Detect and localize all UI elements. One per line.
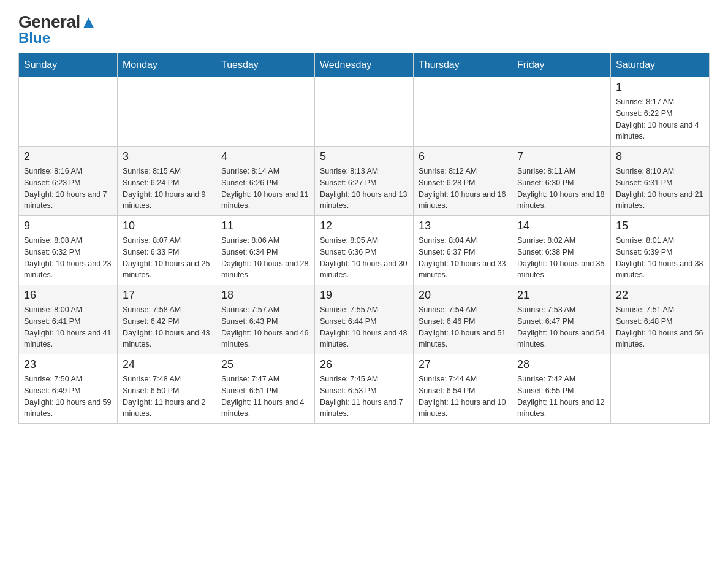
- day-info: Sunrise: 8:14 AM Sunset: 6:26 PM Dayligh…: [221, 166, 309, 212]
- day-number: 25: [221, 358, 309, 371]
- calendar-table: SundayMondayTuesdayWednesdayThursdayFrid…: [18, 53, 710, 424]
- day-info: Sunrise: 8:12 AM Sunset: 6:28 PM Dayligh…: [419, 166, 507, 212]
- day-number: 2: [24, 150, 112, 163]
- day-info: Sunrise: 7:45 AM Sunset: 6:53 PM Dayligh…: [320, 373, 408, 419]
- day-info: Sunrise: 8:08 AM Sunset: 6:32 PM Dayligh…: [24, 235, 112, 281]
- calendar-cell: 13Sunrise: 8:04 AM Sunset: 6:37 PM Dayli…: [414, 216, 512, 285]
- day-number: 26: [320, 358, 408, 371]
- day-number: 16: [24, 289, 112, 302]
- calendar-cell: 11Sunrise: 8:06 AM Sunset: 6:34 PM Dayli…: [216, 216, 315, 285]
- calendar-cell: 28Sunrise: 7:42 AM Sunset: 6:55 PM Dayli…: [512, 354, 611, 424]
- day-info: Sunrise: 8:17 AM Sunset: 6:22 PM Dayligh…: [616, 96, 704, 142]
- calendar-week-1: 1Sunrise: 8:17 AM Sunset: 6:22 PM Daylig…: [19, 77, 710, 147]
- day-number: 12: [320, 220, 408, 232]
- calendar-cell: 23Sunrise: 7:50 AM Sunset: 6:49 PM Dayli…: [19, 354, 118, 424]
- calendar-cell: 22Sunrise: 7:51 AM Sunset: 6:48 PM Dayli…: [611, 285, 710, 354]
- weekday-header-sunday: Sunday: [19, 53, 118, 77]
- calendar-cell: 25Sunrise: 7:47 AM Sunset: 6:51 PM Dayli…: [216, 354, 315, 424]
- calendar-cell: 24Sunrise: 7:48 AM Sunset: 6:50 PM Dayli…: [118, 354, 216, 424]
- day-number: 13: [419, 220, 507, 232]
- calendar-cell: [414, 77, 512, 147]
- day-number: 21: [517, 289, 605, 302]
- day-info: Sunrise: 8:04 AM Sunset: 6:37 PM Dayligh…: [419, 235, 507, 281]
- day-number: 18: [221, 289, 309, 302]
- calendar-cell: 7Sunrise: 8:11 AM Sunset: 6:30 PM Daylig…: [512, 147, 611, 216]
- calendar-cell: 6Sunrise: 8:12 AM Sunset: 6:28 PM Daylig…: [414, 147, 512, 216]
- logo: General▲ Blue: [18, 12, 97, 47]
- calendar-cell: [118, 77, 216, 147]
- day-info: Sunrise: 7:53 AM Sunset: 6:47 PM Dayligh…: [517, 304, 605, 350]
- day-info: Sunrise: 7:54 AM Sunset: 6:46 PM Dayligh…: [419, 304, 507, 350]
- calendar-cell: [216, 77, 315, 147]
- weekday-header-friday: Friday: [512, 53, 611, 77]
- day-number: 6: [419, 150, 507, 163]
- day-number: 20: [419, 289, 507, 302]
- day-info: Sunrise: 8:10 AM Sunset: 6:31 PM Dayligh…: [616, 166, 704, 212]
- day-info: Sunrise: 8:02 AM Sunset: 6:38 PM Dayligh…: [517, 235, 605, 281]
- calendar-cell: 16Sunrise: 8:00 AM Sunset: 6:41 PM Dayli…: [19, 285, 118, 354]
- day-number: 10: [123, 220, 211, 232]
- calendar-cell: 19Sunrise: 7:55 AM Sunset: 6:44 PM Dayli…: [315, 285, 414, 354]
- calendar-week-4: 16Sunrise: 8:00 AM Sunset: 6:41 PM Dayli…: [19, 285, 710, 354]
- calendar-cell: 17Sunrise: 7:58 AM Sunset: 6:42 PM Dayli…: [118, 285, 216, 354]
- day-number: 5: [320, 150, 408, 163]
- day-info: Sunrise: 8:06 AM Sunset: 6:34 PM Dayligh…: [221, 235, 309, 281]
- calendar-cell: 9Sunrise: 8:08 AM Sunset: 6:32 PM Daylig…: [19, 216, 118, 285]
- day-number: 14: [517, 220, 605, 232]
- day-info: Sunrise: 7:42 AM Sunset: 6:55 PM Dayligh…: [517, 373, 605, 419]
- calendar-cell: 10Sunrise: 8:07 AM Sunset: 6:33 PM Dayli…: [118, 216, 216, 285]
- day-number: 4: [221, 150, 309, 163]
- day-number: 1: [616, 81, 704, 94]
- calendar-cell: 14Sunrise: 8:02 AM Sunset: 6:38 PM Dayli…: [512, 216, 611, 285]
- calendar-week-2: 2Sunrise: 8:16 AM Sunset: 6:23 PM Daylig…: [19, 147, 710, 216]
- calendar-cell: [512, 77, 611, 147]
- calendar-cell: 3Sunrise: 8:15 AM Sunset: 6:24 PM Daylig…: [118, 147, 216, 216]
- calendar-cell: 12Sunrise: 8:05 AM Sunset: 6:36 PM Dayli…: [315, 216, 414, 285]
- day-number: 19: [320, 289, 408, 302]
- calendar-cell: 1Sunrise: 8:17 AM Sunset: 6:22 PM Daylig…: [611, 77, 710, 147]
- day-number: 24: [123, 358, 211, 371]
- day-info: Sunrise: 7:48 AM Sunset: 6:50 PM Dayligh…: [123, 373, 211, 419]
- day-number: 15: [616, 220, 704, 232]
- day-number: 28: [517, 358, 605, 371]
- day-info: Sunrise: 8:00 AM Sunset: 6:41 PM Dayligh…: [24, 304, 112, 350]
- day-info: Sunrise: 7:50 AM Sunset: 6:49 PM Dayligh…: [24, 373, 112, 419]
- calendar-cell: [611, 354, 710, 424]
- logo-blue: Blue: [18, 29, 50, 47]
- calendar-week-3: 9Sunrise: 8:08 AM Sunset: 6:32 PM Daylig…: [19, 216, 710, 285]
- day-info: Sunrise: 7:47 AM Sunset: 6:51 PM Dayligh…: [221, 373, 309, 419]
- day-number: 22: [616, 289, 704, 302]
- day-info: Sunrise: 8:07 AM Sunset: 6:33 PM Dayligh…: [123, 235, 211, 281]
- page-header: General▲ Blue: [18, 12, 710, 47]
- day-number: 27: [419, 358, 507, 371]
- calendar-cell: 27Sunrise: 7:44 AM Sunset: 6:54 PM Dayli…: [414, 354, 512, 424]
- day-info: Sunrise: 8:13 AM Sunset: 6:27 PM Dayligh…: [320, 166, 408, 212]
- day-number: 11: [221, 220, 309, 232]
- day-info: Sunrise: 7:55 AM Sunset: 6:44 PM Dayligh…: [320, 304, 408, 350]
- day-info: Sunrise: 7:57 AM Sunset: 6:43 PM Dayligh…: [221, 304, 309, 350]
- weekday-header-monday: Monday: [118, 53, 216, 77]
- day-info: Sunrise: 7:44 AM Sunset: 6:54 PM Dayligh…: [419, 373, 507, 419]
- calendar-cell: 5Sunrise: 8:13 AM Sunset: 6:27 PM Daylig…: [315, 147, 414, 216]
- day-number: 7: [517, 150, 605, 163]
- day-info: Sunrise: 7:58 AM Sunset: 6:42 PM Dayligh…: [123, 304, 211, 350]
- day-number: 17: [123, 289, 211, 302]
- day-info: Sunrise: 8:01 AM Sunset: 6:39 PM Dayligh…: [616, 235, 704, 281]
- calendar-cell: 26Sunrise: 7:45 AM Sunset: 6:53 PM Dayli…: [315, 354, 414, 424]
- logo-triangle-icon: ▲: [80, 12, 97, 31]
- calendar-cell: 21Sunrise: 7:53 AM Sunset: 6:47 PM Dayli…: [512, 285, 611, 354]
- calendar-cell: 8Sunrise: 8:10 AM Sunset: 6:31 PM Daylig…: [611, 147, 710, 216]
- day-info: Sunrise: 8:15 AM Sunset: 6:24 PM Dayligh…: [123, 166, 211, 212]
- calendar-cell: 15Sunrise: 8:01 AM Sunset: 6:39 PM Dayli…: [611, 216, 710, 285]
- day-info: Sunrise: 8:05 AM Sunset: 6:36 PM Dayligh…: [320, 235, 408, 281]
- weekday-header-wednesday: Wednesday: [315, 53, 414, 77]
- day-info: Sunrise: 8:16 AM Sunset: 6:23 PM Dayligh…: [24, 166, 112, 212]
- day-number: 8: [616, 150, 704, 163]
- calendar-week-5: 23Sunrise: 7:50 AM Sunset: 6:49 PM Dayli…: [19, 354, 710, 424]
- calendar-cell: 2Sunrise: 8:16 AM Sunset: 6:23 PM Daylig…: [19, 147, 118, 216]
- day-info: Sunrise: 8:11 AM Sunset: 6:30 PM Dayligh…: [517, 166, 605, 212]
- day-number: 9: [24, 220, 112, 232]
- day-info: Sunrise: 7:51 AM Sunset: 6:48 PM Dayligh…: [616, 304, 704, 350]
- weekday-header-tuesday: Tuesday: [216, 53, 315, 77]
- weekday-header-thursday: Thursday: [414, 53, 512, 77]
